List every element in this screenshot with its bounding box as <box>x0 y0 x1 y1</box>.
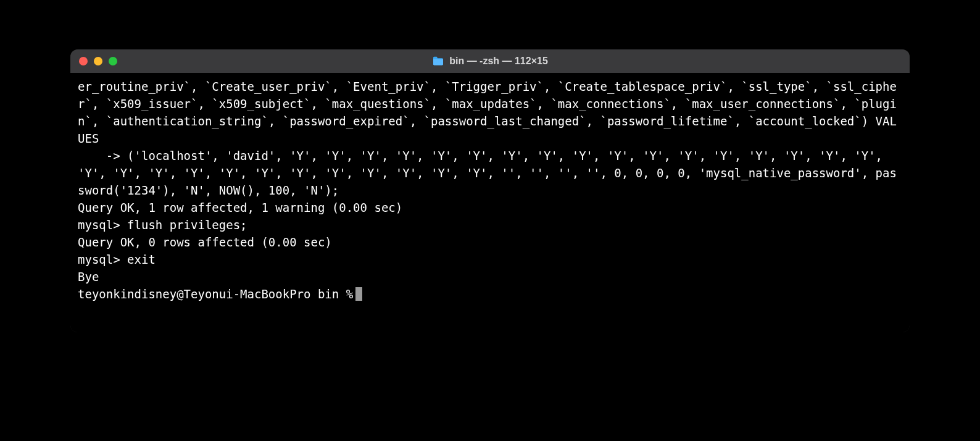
traffic-lights <box>79 57 117 65</box>
terminal-output-line: Bye <box>78 268 902 285</box>
minimize-icon[interactable] <box>94 57 102 65</box>
terminal-window: bin — -zsh — 112×15 er_routine_priv`, `C… <box>70 49 910 332</box>
window-title-wrap: bin — -zsh — 112×15 <box>70 56 910 67</box>
terminal-body[interactable]: er_routine_priv`, `Create_user_priv`, `E… <box>70 73 910 332</box>
terminal-output-line: Query OK, 0 rows affected (0.00 sec) <box>78 233 902 251</box>
shell-prompt: teyonkindisney@Teyonui-MacBookPro bin % <box>78 285 353 303</box>
terminal-output-line: er_routine_priv`, `Create_user_priv`, `E… <box>78 78 902 147</box>
titlebar[interactable]: bin — -zsh — 112×15 <box>70 49 910 73</box>
terminal-output-line: -> ('localhost', 'david', 'Y', 'Y', 'Y',… <box>78 147 902 199</box>
folder-icon <box>432 56 444 66</box>
terminal-output-line: mysql> flush privileges; <box>78 216 902 233</box>
terminal-output-line: Query OK, 1 row affected, 1 warning (0.0… <box>78 199 902 216</box>
cursor-icon <box>355 287 362 301</box>
terminal-output-line: mysql> exit <box>78 251 902 268</box>
window-title: bin — -zsh — 112×15 <box>449 56 548 67</box>
maximize-icon[interactable] <box>109 57 117 65</box>
terminal-prompt-line[interactable]: teyonkindisney@Teyonui-MacBookPro bin % <box>78 285 902 303</box>
close-icon[interactable] <box>79 57 88 65</box>
